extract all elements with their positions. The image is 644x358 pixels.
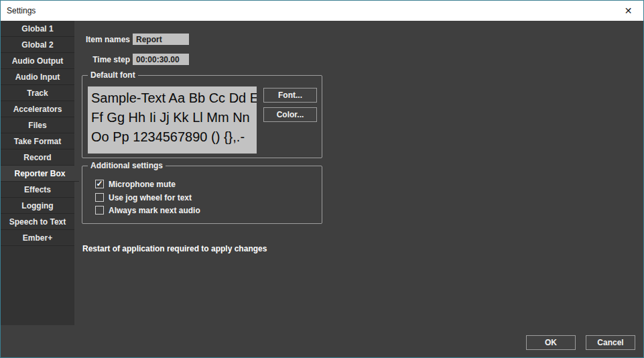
color-button[interactable]: Color...	[263, 107, 317, 122]
checkbox-label: Microphone mute	[109, 180, 176, 189]
restart-required-note: Restart of application required to apply…	[82, 244, 267, 253]
checkbox-box	[95, 193, 104, 202]
font-button[interactable]: Font...	[263, 88, 317, 103]
checkbox-label: Use jog wheel for text	[109, 193, 192, 202]
time-step-input[interactable]	[133, 54, 189, 65]
check-icon: ✓	[96, 180, 103, 188]
font-sample-line: Oo Pp 1234567890 () {},.-	[91, 127, 253, 147]
font-sample-line: Sample-Text Aa Bb Cc Dd Ee	[91, 88, 253, 108]
close-icon: ✕	[625, 5, 633, 16]
sidebar-item-speech-to-text[interactable]: Speech to Text	[1, 214, 74, 230]
jog-wheel-text-checkbox[interactable]: Use jog wheel for text	[95, 192, 192, 202]
sidebar-item-record[interactable]: Record	[1, 150, 74, 166]
settings-category-list: Global 1 Global 2 Audio Output Audio Inp…	[1, 21, 74, 325]
item-names-label: Item names	[66, 34, 130, 46]
font-sample-preview: Sample-Text Aa Bb Cc Dd Ee Ff Gg Hh Ii J…	[88, 86, 257, 154]
time-step-label: Time step	[66, 54, 130, 66]
settings-dialog: Settings ✕ Global 1 Global 2 Audio Outpu…	[0, 0, 644, 358]
checkbox-box: ✓	[95, 180, 104, 188]
item-names-input[interactable]	[133, 34, 189, 45]
always-mark-next-audio-checkbox[interactable]: Always mark next audio	[95, 205, 200, 215]
sidebar-item-take-format[interactable]: Take Format	[1, 133, 74, 150]
ok-button[interactable]: OK	[526, 335, 576, 350]
additional-settings-group-title: Additional settings	[88, 161, 166, 171]
window-title: Settings	[1, 6, 36, 15]
sidebar-item-ember-plus[interactable]: Ember+	[1, 230, 74, 246]
checkbox-box	[95, 206, 104, 215]
font-sample-line: Ff Gg Hh Ii Jj Kk Ll Mm Nn	[91, 108, 253, 127]
sidebar-item-logging[interactable]: Logging	[1, 198, 74, 214]
default-font-group-title: Default font	[88, 70, 138, 80]
sidebar-item-audio-input[interactable]: Audio Input	[1, 69, 74, 85]
sidebar-item-global-2[interactable]: Global 2	[1, 37, 74, 53]
checkbox-label: Always mark next audio	[109, 206, 200, 215]
close-button[interactable]: ✕	[613, 1, 643, 21]
sidebar-item-audio-output[interactable]: Audio Output	[1, 53, 74, 69]
sidebar-item-effects[interactable]: Effects	[1, 182, 74, 198]
sidebar-item-track[interactable]: Track	[1, 85, 74, 101]
default-font-group: Default font Sample-Text Aa Bb Cc Dd Ee …	[82, 75, 322, 158]
titlebar: Settings ✕	[1, 1, 643, 21]
sidebar-item-files[interactable]: Files	[1, 117, 74, 133]
cancel-button[interactable]: Cancel	[586, 335, 635, 350]
additional-settings-group: Additional settings ✓ Microphone mute Us…	[82, 166, 322, 224]
sidebar-item-global-1[interactable]: Global 1	[1, 21, 74, 37]
sidebar-item-reporter-box[interactable]: Reporter Box	[1, 166, 79, 182]
sidebar-item-accelerators[interactable]: Accelerators	[1, 101, 74, 117]
microphone-mute-checkbox[interactable]: ✓ Microphone mute	[95, 179, 176, 189]
